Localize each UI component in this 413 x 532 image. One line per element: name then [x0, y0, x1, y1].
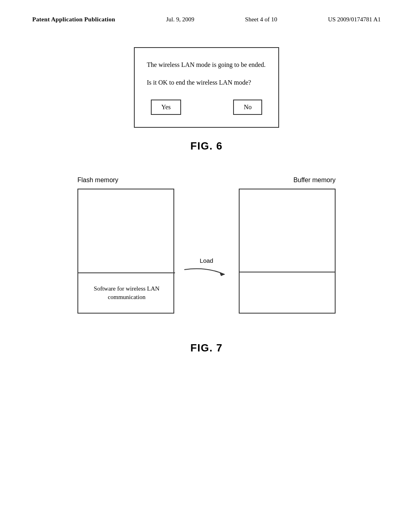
publication-date: Jul. 9, 2009 [166, 16, 194, 23]
load-label: Load [200, 257, 213, 264]
load-area: Load [174, 257, 239, 289]
software-label: Software for wireless LAN communication [78, 272, 175, 313]
patent-number: US 2009/0174781 A1 [328, 16, 381, 23]
dialog-message1: The wireless LAN mode is going to be end… [147, 60, 266, 70]
flash-memory-box: Software for wireless LAN communication [77, 189, 174, 314]
dialog-box: The wireless LAN mode is going to be end… [134, 47, 279, 128]
buffer-memory-label: Buffer memory [293, 177, 336, 184]
page-header: Patent Application Publication Jul. 9, 2… [0, 0, 413, 31]
yes-button[interactable]: Yes [151, 100, 181, 115]
load-arrow [182, 266, 231, 278]
fig6-label: FIG. 6 [190, 140, 223, 152]
dialog-buttons: Yes No [147, 100, 266, 115]
fig7-diagram: Flash memory Software for wireless LAN c… [65, 177, 348, 330]
publication-title: Patent Application Publication [32, 16, 115, 23]
buffer-memory-box [239, 189, 336, 314]
fig6-section: The wireless LAN mode is going to be end… [0, 47, 413, 152]
sheet-info: Sheet 4 of 10 [245, 16, 277, 23]
no-button[interactable]: No [233, 100, 262, 115]
flash-memory-label: Flash memory [77, 177, 118, 184]
dialog-message2: Is it OK to end the wireless LAN mode? [147, 78, 266, 87]
buffer-divider [240, 272, 335, 272]
fig7-section: Flash memory Software for wireless LAN c… [0, 177, 413, 354]
fig7-label: FIG. 7 [190, 342, 223, 354]
